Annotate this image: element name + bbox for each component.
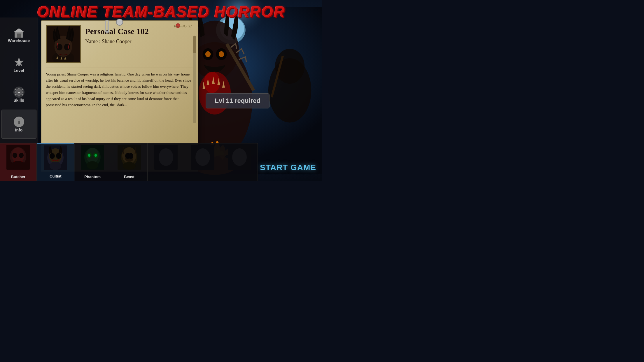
phantom-label: Phantom [84, 175, 101, 179]
sidebar-item-skills[interactable]: + Skills [1, 80, 36, 109]
svg-point-50 [88, 154, 90, 157]
svg-point-11 [204, 72, 220, 93]
sidebar-skills-label: Skills [13, 98, 24, 103]
character-slot-phantom[interactable]: Phantom [74, 143, 111, 181]
phantom-portrait [81, 145, 104, 170]
sidebar-item-info[interactable]: i Info [1, 110, 36, 139]
unknown2-portrait [191, 145, 214, 170]
character-photo [46, 25, 81, 63]
svg-point-44 [50, 162, 61, 170]
svg-point-37 [19, 153, 24, 158]
butcher-portrait [6, 145, 30, 170]
svg-point-38 [11, 161, 25, 170]
beast-label: Beast [124, 175, 134, 179]
unknown3-portrait [228, 145, 251, 170]
svg-point-43 [56, 153, 61, 159]
form-label: Form No. 97 [174, 24, 192, 28]
sidebar-warehouse-label: Warehouse [8, 38, 30, 43]
paperclip [104, 20, 110, 35]
beast-portrait [118, 145, 141, 170]
svg-point-51 [94, 154, 97, 157]
sidebar-item-level[interactable]: Level [1, 50, 36, 79]
svg-point-32 [64, 44, 70, 50]
svg-point-8 [205, 51, 211, 57]
character-select-bar: Butcher Cultist [0, 143, 258, 181]
sidebar-info-label: Info [15, 128, 23, 132]
svg-rect-19 [17, 34, 21, 38]
case-bio-text: Young priest Shane Cooper was a religiou… [46, 71, 193, 108]
svg-point-58 [128, 153, 133, 159]
scroll-thumb [193, 36, 196, 53]
warehouse-icon [13, 27, 25, 38]
level-icon [13, 57, 25, 68]
character-slot-butcher[interactable]: Butcher [0, 143, 37, 181]
svg-point-31 [56, 44, 62, 50]
svg-text:+: + [18, 90, 20, 95]
svg-point-52 [87, 161, 98, 169]
svg-text:i: i [18, 118, 20, 126]
butcher-label: Butcher [11, 175, 25, 179]
case-title: Personal Case 102 [85, 27, 193, 36]
start-game-button[interactable]: START GAME [258, 163, 316, 172]
cultist-label: Cultist [50, 174, 61, 178]
character-slot-beast[interactable]: Beast [111, 143, 148, 181]
character-slot-cultist[interactable]: Cultist [37, 143, 74, 181]
svg-point-36 [13, 153, 17, 158]
character-slot-unknown3[interactable] [221, 143, 258, 181]
svg-point-65 [232, 148, 247, 166]
case-header: Personal Case 102 Name : Shane Cooper Fo… [46, 25, 193, 63]
case-title-section: Personal Case 102 Name : Shane Cooper Fo… [85, 25, 193, 63]
character-slot-unknown1[interactable] [148, 143, 184, 181]
unknown1-portrait [154, 145, 178, 170]
scroll-bar[interactable] [193, 36, 196, 123]
sidebar-item-warehouse[interactable]: Warehouse [1, 20, 36, 50]
svg-point-61 [159, 148, 173, 166]
svg-point-59 [123, 162, 136, 170]
level-required-text: Lvl 11 required [215, 97, 260, 104]
case-name: Name : Shane Cooper [85, 38, 193, 45]
sidebar-level-label: Level [14, 68, 24, 73]
level-required-badge: Lvl 11 required [206, 93, 270, 108]
svg-point-9 [219, 51, 224, 57]
divider [46, 68, 193, 68]
cultist-portrait [44, 145, 67, 170]
svg-point-63 [195, 148, 210, 166]
svg-marker-18 [13, 28, 25, 32]
skills-icon: + [13, 86, 25, 98]
character-portrait-svg [47, 25, 80, 63]
info-icon: i [13, 116, 25, 128]
svg-point-42 [50, 153, 55, 159]
character-slot-unknown2[interactable] [184, 143, 221, 181]
